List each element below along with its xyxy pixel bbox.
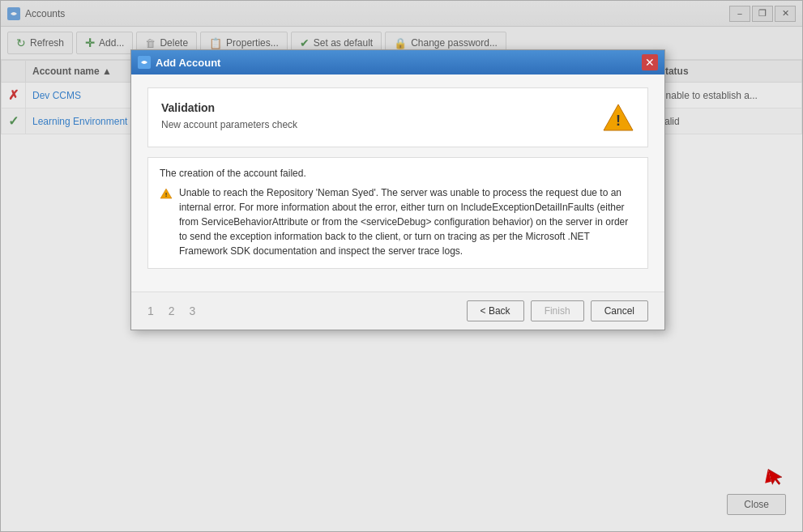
dialog-title-bar: Add Account ✕: [131, 50, 664, 74]
warning-small-icon: !: [160, 187, 173, 202]
step-3: 3: [190, 304, 196, 317]
error-content: The creation of the account failed. ! Un…: [160, 168, 636, 258]
dialog-close-button[interactable]: ✕: [642, 54, 658, 70]
dialog-app-icon: [138, 56, 151, 69]
error-detail-row: ! Unable to reach the Repository 'Neman …: [160, 185, 636, 258]
validation-title: Validation: [161, 101, 297, 114]
step-1: 1: [147, 304, 154, 317]
error-message-box: The creation of the account failed. ! Un…: [147, 157, 648, 269]
add-account-dialog: Add Account ✕ Validation New account par…: [130, 49, 665, 330]
finish-button[interactable]: Finish: [531, 300, 584, 321]
svg-text:!: !: [616, 113, 621, 129]
validation-section: Validation New account parameters check …: [147, 87, 648, 147]
dialog-footer: 1 2 3 < Back Finish Cancel: [131, 292, 664, 330]
step-2: 2: [169, 304, 175, 317]
footer-buttons: < Back Finish Cancel: [467, 300, 648, 321]
error-detail-text: Unable to reach the Repository 'Neman Sy…: [179, 185, 636, 258]
svg-text:!: !: [165, 191, 168, 198]
error-creation-text: The creation of the account failed.: [160, 168, 636, 179]
main-window: Accounts − ❐ ✕ ↻ Refresh ✛ Add... 🗑 Dele…: [0, 0, 803, 532]
cancel-button[interactable]: Cancel: [591, 300, 648, 321]
validation-subtitle: New account parameters check: [161, 119, 297, 130]
step-numbers: 1 2 3: [147, 304, 195, 317]
dialog-title: Add Account: [156, 57, 220, 69]
back-button[interactable]: < Back: [467, 300, 524, 321]
warning-triangle-icon: !: [602, 101, 634, 134]
dialog-content: Validation New account parameters check …: [131, 74, 664, 292]
validation-text: Validation New account parameters check: [161, 101, 297, 130]
